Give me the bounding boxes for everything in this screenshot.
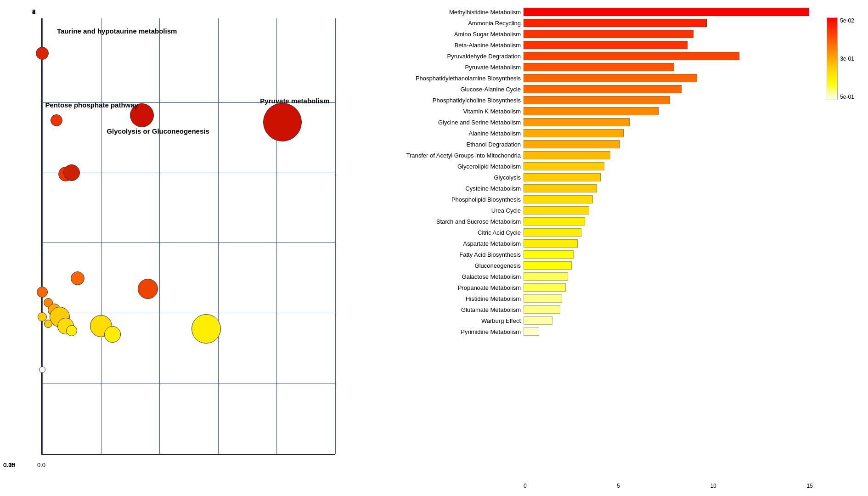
bar-fill bbox=[524, 173, 601, 181]
bar-row: Propanoate Metabolism bbox=[349, 282, 813, 293]
bar-bg bbox=[524, 41, 813, 49]
bar-row: Pyruvate Metabolism bbox=[349, 62, 813, 72]
bar-chart-area: Methylhistidine MetabolismAmmonia Recycl… bbox=[349, 5, 813, 491]
bar-row: Cysteine Metabolism bbox=[349, 183, 813, 193]
bubble-15 bbox=[104, 326, 121, 343]
y-tick-1: 1 bbox=[32, 8, 35, 15]
bubble-13 bbox=[39, 366, 45, 373]
bar-fill bbox=[524, 250, 574, 259]
bar-bg bbox=[524, 261, 813, 270]
bar-label: Gluconeogenesis bbox=[349, 262, 524, 269]
legend-tick-labels: 5e-02 3e-01 5e-01 bbox=[838, 17, 854, 100]
bar-label: Ammonia Recycling bbox=[349, 20, 524, 27]
bar-fill bbox=[524, 184, 597, 192]
bar-axis-ticks: 0 5 10 15 bbox=[524, 481, 813, 489]
bar-fill bbox=[524, 272, 568, 281]
grid-v-5 bbox=[335, 18, 336, 454]
bar-row: Phospholipid Biosynthesis bbox=[349, 194, 813, 204]
bar-row: Beta-Alanine Metabolism bbox=[349, 40, 813, 50]
bar-label: Aspartate Metabolism bbox=[349, 240, 524, 247]
bar-bg bbox=[524, 283, 813, 292]
bar-bg bbox=[524, 316, 813, 325]
bar-row: Glycolysis bbox=[349, 172, 813, 182]
bar-bg bbox=[524, 228, 813, 237]
bar-fill bbox=[524, 294, 562, 303]
bar-bg bbox=[524, 305, 813, 314]
bar-bg bbox=[524, 327, 813, 336]
bar-bg bbox=[524, 217, 813, 225]
bar-label: Citric Acid Cycle bbox=[349, 229, 524, 236]
legend-label-mid: 3e-01 bbox=[840, 56, 854, 62]
bar-bg bbox=[524, 74, 813, 82]
bar-bg bbox=[524, 19, 813, 27]
bar-label: Glutamate Metabolism bbox=[349, 306, 524, 313]
bar-bg bbox=[524, 129, 813, 137]
bar-label: Beta-Alanine Metabolism bbox=[349, 42, 524, 49]
bar-label: Pyruvate Metabolism bbox=[349, 64, 524, 71]
bar-bg bbox=[524, 195, 813, 203]
bubble-3 bbox=[63, 164, 80, 181]
bubble-10 bbox=[44, 320, 52, 328]
annotation-pyruvate: Pyruvate metabolism bbox=[260, 97, 329, 105]
bar-bg bbox=[524, 173, 813, 181]
bar-row: Vitamin K Metabolism bbox=[349, 106, 813, 116]
bar-bg bbox=[524, 294, 813, 303]
bar-fill bbox=[524, 261, 572, 270]
bar-bg bbox=[524, 85, 813, 93]
bar-label: Glycerolipid Metabolism bbox=[349, 163, 524, 170]
bar-bg bbox=[524, 96, 813, 104]
bar-row: Phosphatidylethanolamine Biosynthesis bbox=[349, 73, 813, 83]
bar-label: Glucose-Alanine Cycle bbox=[349, 86, 524, 93]
legend-panel: 5e-02 3e-01 5e-01 bbox=[813, 5, 859, 491]
bar-row: Glucose-Alanine Cycle bbox=[349, 84, 813, 94]
bar-row: Aspartate Metabolism bbox=[349, 238, 813, 248]
bar-row: Urea Cycle bbox=[349, 205, 813, 215]
bar-row: Glutamate Metabolism bbox=[349, 304, 813, 315]
bar-bg bbox=[524, 162, 813, 170]
annotation-pentose: Pentose phosphate pathway bbox=[45, 101, 138, 109]
bar-label: Amino Sugar Metabolism bbox=[349, 31, 524, 38]
bar-row: Starch and Sucrose Metabolism bbox=[349, 216, 813, 226]
bar-fill bbox=[524, 52, 739, 60]
bar-label: Cysteine Metabolism bbox=[349, 185, 524, 192]
bar-row: Galactose Metabolism bbox=[349, 271, 813, 282]
bubble-12 bbox=[66, 325, 77, 336]
annotation-glycolysis: Glycolysis or Gluconeogenesis bbox=[107, 127, 209, 135]
bar-label: Phosphatidylcholine Biosynthesis bbox=[349, 97, 524, 104]
bar-row: Citric Acid Cycle bbox=[349, 227, 813, 237]
bar-chart-rows: Methylhistidine MetabolismAmmonia Recycl… bbox=[349, 7, 813, 479]
bar-bg bbox=[524, 272, 813, 281]
bar-label: Fatty Acid Biosynthesis bbox=[349, 251, 524, 258]
bar-bg bbox=[524, 250, 813, 259]
bar-fill bbox=[524, 140, 620, 148]
bubbles-container bbox=[42, 18, 335, 454]
bar-fill bbox=[524, 74, 697, 82]
bar-fill bbox=[524, 283, 566, 292]
bar-fill bbox=[524, 19, 707, 27]
bar-fill bbox=[524, 151, 610, 159]
legend-gradient bbox=[827, 17, 838, 100]
bar-label: Pyrimidine Metabolism bbox=[349, 328, 524, 335]
bar-fill bbox=[524, 118, 630, 126]
bar-label: Glycine and Serine Metabolism bbox=[349, 119, 524, 126]
bar-fill bbox=[524, 96, 670, 104]
chart-plot-area: Taurine and hypotaurine metabolism Pento… bbox=[41, 18, 335, 455]
bar-label: Urea Cycle bbox=[349, 207, 524, 214]
bar-fill bbox=[524, 107, 659, 115]
bubble-5 bbox=[37, 287, 48, 298]
bar-bg bbox=[524, 63, 813, 71]
bar-fill bbox=[524, 305, 560, 314]
bar-row: Glycerolipid Metabolism bbox=[349, 161, 813, 171]
bar-bg bbox=[524, 30, 813, 38]
bubble-1 bbox=[51, 114, 62, 126]
bubble-4 bbox=[71, 271, 85, 285]
bar-bg bbox=[524, 206, 813, 214]
legend-label-bot: 5e-01 bbox=[840, 94, 854, 100]
bar-row: Amino Sugar Metabolism bbox=[349, 29, 813, 39]
bar-label: Ethanol Degradation bbox=[349, 141, 524, 148]
bubble-18 bbox=[192, 314, 221, 344]
bar-fill bbox=[524, 8, 809, 16]
bar-row: Glycine and Serine Metabolism bbox=[349, 117, 813, 127]
bar-fill bbox=[524, 41, 688, 49]
bubble-19 bbox=[263, 103, 302, 141]
